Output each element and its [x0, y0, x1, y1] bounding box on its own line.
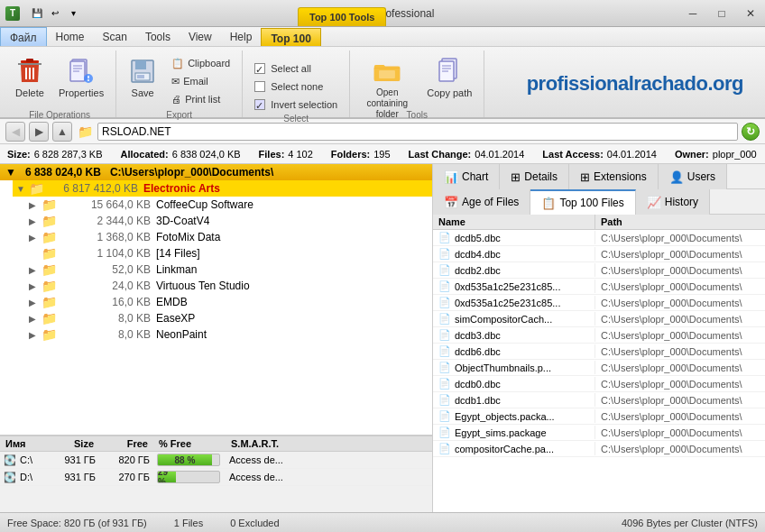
maximize-button[interactable]: □	[707, 0, 736, 27]
drive-row-c[interactable]: 💽 C:\ 931 ГБ 820 ГБ 88 % Access de...	[0, 452, 432, 469]
save-button[interactable]: Save	[122, 52, 163, 110]
save-icon	[128, 57, 157, 86]
tab-chart[interactable]: 📊 Chart	[433, 164, 500, 189]
tree-row[interactable]: ▶ 📁 1 368,0 KB FotoMix Data	[25, 229, 432, 245]
menu-top100[interactable]: Top 100	[261, 28, 320, 46]
path-input[interactable]	[97, 123, 738, 141]
delete-button[interactable]: Delete	[9, 52, 51, 110]
expand-icon[interactable]: ▶	[29, 298, 41, 307]
tree-row-size: 1 104,0 KB	[60, 247, 151, 260]
file-row[interactable]: 📄dcdb4.dbc C:\Users\plopr_000\Documents\	[433, 246, 765, 262]
file-row[interactable]: 📄dcdb0.dbc C:\Users\plopr_000\Documents\	[433, 376, 765, 392]
tree-row[interactable]: ▶ 📁 52,0 KB Linkman	[25, 261, 432, 278]
tab-chart-label: Chart	[462, 170, 488, 183]
tree-row-name: [14 Files]	[156, 247, 429, 260]
tab-history[interactable]: 📈 History	[636, 189, 710, 215]
save-label: Save	[132, 87, 154, 98]
tab-users[interactable]: 👤 Users	[659, 164, 727, 189]
up-button[interactable]: ▲	[52, 122, 72, 142]
tree-row[interactable]: 📁 1 104,0 KB [14 Files]	[25, 245, 432, 261]
file-row[interactable]: 📄dcdb2.dbc C:\Users\plopr_000\Documents\	[433, 262, 765, 279]
menu-help[interactable]: Help	[221, 27, 262, 46]
file-icon: 📄	[438, 394, 451, 406]
file-row[interactable]: 📄simCompositorCach... C:\Users\plopr_000…	[433, 311, 765, 327]
file-path: C:\Users\plopr_000\Documents\	[595, 313, 765, 326]
file-icon: 📄	[438, 232, 451, 243]
expand-icon[interactable]: ▶	[29, 265, 41, 275]
clipboard-button[interactable]: 📋 Clipboard	[165, 54, 236, 72]
expand-icon[interactable]: ▶	[29, 281, 41, 291]
tab-extensions[interactable]: ⊞ Extensions	[569, 164, 659, 189]
file-path: C:\Users\plopr_000\Documents\	[595, 297, 765, 309]
tree-row[interactable]: ▶ 📁 24,0 KB Virtuous Ten Studio	[25, 278, 432, 294]
tree-row[interactable]: ▶ 📁 8,0 KB EaseXP	[25, 310, 432, 326]
file-path: C:\Users\plopr_000\Documents\	[595, 443, 765, 455]
file-row[interactable]: 📄dcdb3.dbc C:\Users\plopr_000\Documents\	[433, 327, 765, 344]
tab-age-of-files[interactable]: 📅 Age of Files	[433, 189, 530, 215]
tree-row[interactable]: ▶ 📁 16,0 KB EMDB	[25, 294, 432, 310]
back-button[interactable]: ◀	[5, 122, 25, 142]
file-row[interactable]: 📄dcdb5.dbc C:\Users\plopr_000\Documents\	[433, 230, 765, 246]
folders-value: 195	[373, 149, 390, 160]
last-access-value: 04.01.2014	[607, 149, 657, 160]
logo-area: profissionalrachado.org	[484, 50, 761, 117]
file-row[interactable]: 📄0xd535a1c25e231c85... C:\Users\plopr_00…	[433, 279, 765, 295]
properties-button[interactable]: Properties	[52, 52, 110, 110]
top100-tab[interactable]: Top 100 Tools	[298, 7, 386, 26]
email-button[interactable]: ✉ Email	[165, 72, 236, 90]
tree-row[interactable]: ▶ 📁 2 344,0 KB 3D-CoatV4	[25, 213, 432, 229]
folders-label: Folders:	[331, 149, 370, 160]
menu-tools[interactable]: Tools	[136, 27, 180, 46]
close-button[interactable]: ✕	[736, 0, 765, 27]
open-folder-button[interactable]: Open containing folder	[355, 52, 419, 110]
menu-view[interactable]: View	[180, 27, 221, 46]
email-label: Email	[183, 76, 208, 87]
tree-view[interactable]: ▼ 6 838 024,0 KB C:\Users\plopr_000\Docu…	[0, 164, 432, 436]
invert-selection-button[interactable]: ✓ Invert selection	[248, 96, 344, 114]
tab-details[interactable]: ⊞ Details	[500, 164, 569, 189]
menu-home[interactable]: Home	[47, 27, 94, 46]
expand-icon[interactable]: ▶	[29, 216, 41, 226]
file-row[interactable]: 📄compositorCache.pa... C:\Users\plopr_00…	[433, 441, 765, 457]
file-name: 📄compositorCache.pa...	[433, 442, 595, 455]
svg-rect-5	[26, 59, 33, 62]
file-name: 📄Egypt_sims.package	[433, 426, 595, 439]
menu-file[interactable]: Файл	[0, 27, 47, 46]
tree-row[interactable]: ▼ 📁 6 817 412,0 KB Electronic Arts	[13, 180, 432, 197]
expand-icon[interactable]: ▶	[29, 330, 41, 340]
file-row[interactable]: 📄Egypt_sims.package C:\Users\plopr_000\D…	[433, 425, 765, 441]
last-access-info: Last Access: 04.01.2014	[542, 149, 657, 160]
minimize-button[interactable]: ─	[678, 0, 707, 27]
file-row[interactable]: 📄ObjectThumbnails.p... C:\Users\plopr_00…	[433, 360, 765, 376]
last-access-label: Last Access:	[542, 149, 603, 160]
quick-undo-button[interactable]: ↩	[47, 5, 63, 22]
expand-icon[interactable]: ▶	[29, 314, 41, 324]
file-icon: 📄	[438, 297, 451, 308]
quick-access-toolbar: 💾 ↩ ▾	[25, 0, 85, 26]
menu-scan[interactable]: Scan	[94, 27, 136, 46]
select-all-button[interactable]: ✓ Select all	[248, 60, 344, 78]
copy-path-button[interactable]: Copy path	[420, 52, 478, 110]
tree-row[interactable]: ▶ 📁 15 664,0 KB CoffeeCup Software	[25, 197, 432, 213]
forward-button[interactable]: ▶	[29, 122, 49, 142]
file-path: C:\Users\plopr_000\Documents\	[595, 329, 765, 342]
tree-row-name: EaseXP	[156, 312, 429, 325]
tab-top100-files[interactable]: 📋 Top 100 Files	[530, 189, 635, 215]
expand-icon[interactable]: ▼	[16, 184, 29, 194]
file-row[interactable]: 📄0xd535a1c25e231c85... C:\Users\plopr_00…	[433, 295, 765, 311]
print-list-button[interactable]: 🖨 Print list	[165, 90, 236, 108]
expand-icon[interactable]: ▶	[29, 233, 41, 243]
quick-save-button[interactable]: 💾	[29, 5, 45, 22]
expand-icon[interactable]: ▶	[29, 200, 41, 210]
tree-row[interactable]: ▶ 📁 8,0 KB NeonPaint	[25, 326, 432, 343]
refresh-button[interactable]: ↻	[742, 123, 760, 141]
drive-bar: Имя Size Free % Free S.M.A.R.T. 💽 C:\ 93…	[0, 436, 432, 512]
right-file-list[interactable]: Name Path 📄dcdb5.dbc C:\Users\plopr_000\…	[433, 215, 765, 512]
quick-dropdown-button[interactable]: ▾	[65, 5, 81, 22]
file-row[interactable]: 📄Egypt_objects.packa... C:\Users\plopr_0…	[433, 408, 765, 425]
select-none-button[interactable]: Select none	[248, 78, 344, 96]
file-row[interactable]: 📄dcdb6.dbc C:\Users\plopr_000\Documents\	[433, 344, 765, 360]
file-row[interactable]: 📄dcdb1.dbc C:\Users\plopr_000\Documents\	[433, 392, 765, 408]
svg-rect-15	[135, 60, 146, 69]
drive-row-d[interactable]: 💽 D:\ 931 ГБ 270 ГБ 29 % Access de...	[0, 469, 432, 486]
